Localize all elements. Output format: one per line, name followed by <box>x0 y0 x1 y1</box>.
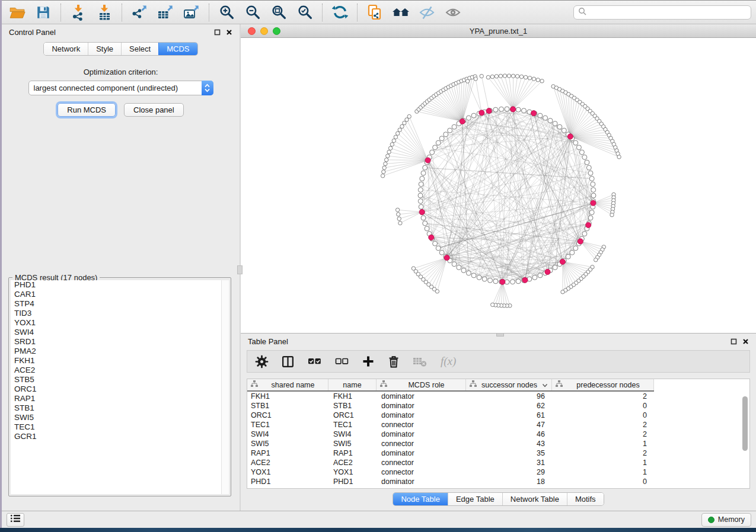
mcds-result-item[interactable]: SRD1 <box>11 337 229 347</box>
status-bar: Memory <box>2 511 756 528</box>
mcds-result-item[interactable]: STB5 <box>11 375 229 384</box>
tab-motifs[interactable]: Motifs <box>567 493 604 505</box>
mcds-result-item[interactable]: RAP1 <box>11 394 229 403</box>
column-visibility-icon[interactable] <box>281 355 295 368</box>
control-panel: Control Panel NetworkStyleSelectMCDS Opt… <box>2 24 240 511</box>
mcds-result-item[interactable]: SWI5 <box>11 413 229 422</box>
close-panel-icon[interactable] <box>226 29 232 36</box>
duplicate-network-icon[interactable] <box>366 4 384 21</box>
table-row[interactable]: ACE2ACE2connector311 <box>247 458 749 467</box>
table-cell: SWI5 <box>247 439 328 448</box>
desktop-edge-left <box>0 0 2 528</box>
column-header-name[interactable]: name <box>328 379 377 390</box>
mcds-result-item[interactable]: YOX1 <box>11 318 229 328</box>
mcds-result-item[interactable]: STP4 <box>11 299 229 309</box>
save-session-icon[interactable] <box>34 4 52 21</box>
table-cell: ACE2 <box>328 458 377 467</box>
tab-style[interactable]: Style <box>88 43 121 55</box>
table-scrollbar[interactable] <box>741 381 748 486</box>
table-cell: YOX1 <box>247 467 328 477</box>
mcds-result-item[interactable]: CAR1 <box>11 290 229 299</box>
table-cell: dominator <box>377 401 466 411</box>
float-table-panel-icon[interactable] <box>731 338 737 345</box>
table-cell: 18 <box>466 477 552 486</box>
table-cell: 0 <box>552 411 654 420</box>
zoom-in-icon[interactable] <box>218 4 235 21</box>
tab-network[interactable]: Network <box>44 43 88 55</box>
memory-button[interactable]: Memory <box>701 513 751 527</box>
tree-icon <box>380 380 387 389</box>
run-mcds-button[interactable]: Run MCDS <box>58 103 116 117</box>
table-row[interactable]: STB1STB1dominator620 <box>247 401 749 411</box>
tab-network-table[interactable]: Network Table <box>502 493 567 505</box>
import-network-icon[interactable] <box>69 4 87 21</box>
function-builder-icon[interactable]: f(x) <box>439 354 460 368</box>
close-table-panel-icon[interactable] <box>742 338 749 345</box>
maximize-window-icon[interactable] <box>273 27 280 35</box>
zoom-fit-icon[interactable] <box>270 4 288 21</box>
delete-column-icon[interactable] <box>387 355 400 368</box>
zoom-out-icon[interactable] <box>244 4 261 21</box>
result-list-scrollbar[interactable] <box>221 280 229 494</box>
table-scrollbar-thumb[interactable] <box>742 396 748 451</box>
mcds-result-item[interactable]: ORC1 <box>11 384 229 394</box>
table-row[interactable]: PHD1PHD1dominator180 <box>247 477 749 486</box>
column-header-MCDS-role[interactable]: MCDS role <box>377 379 466 390</box>
refresh-view-icon[interactable] <box>331 4 349 21</box>
mcds-result-item[interactable]: SWI4 <box>11 328 229 337</box>
export-table-icon[interactable] <box>157 4 174 21</box>
table-row[interactable]: FKH1FKH1dominator962 <box>247 392 749 401</box>
table-cell: SWI5 <box>328 439 377 448</box>
first-neighbors-icon[interactable] <box>392 4 410 21</box>
select-stepper-icon <box>202 81 213 95</box>
table-row[interactable]: YOX1YOX1connector291 <box>247 467 749 477</box>
table-row[interactable]: RAP1RAP1dominator352 <box>247 448 749 458</box>
tab-select[interactable]: Select <box>121 43 158 55</box>
select-all-icon[interactable] <box>307 355 322 368</box>
close-window-icon[interactable] <box>248 27 256 35</box>
mcds-result-list[interactable]: PHD1CAR1STP4TID3YOX1SWI4SRD1PMA2FKH1ACE2… <box>11 280 229 494</box>
table-row[interactable]: SWI4SWI4dominator462 <box>247 430 749 439</box>
mcds-result-item[interactable]: TID3 <box>11 309 229 318</box>
column-header-shared-name[interactable]: shared name <box>247 379 328 390</box>
mcds-result-item[interactable]: PHD1 <box>11 280 229 290</box>
mcds-result-item[interactable]: PMA2 <box>11 347 229 356</box>
float-panel-icon[interactable] <box>214 29 221 36</box>
open-file-icon[interactable] <box>8 4 26 21</box>
delete-table-icon[interactable] <box>413 355 427 367</box>
mcds-result-item[interactable]: FKH1 <box>11 356 229 366</box>
hide-selected-icon[interactable] <box>418 4 436 21</box>
tab-edge-table[interactable]: Edge Table <box>448 493 502 505</box>
column-header-successor-nodes[interactable]: successor nodes <box>466 379 552 390</box>
column-header-predecessor-nodes[interactable]: predecessor nodes <box>552 379 654 390</box>
table-settings-icon[interactable] <box>255 355 269 368</box>
add-column-icon[interactable] <box>362 355 375 368</box>
search-box[interactable] <box>573 5 751 20</box>
mcds-result-item[interactable]: STB1 <box>11 403 229 413</box>
tab-mcds[interactable]: MCDS <box>158 43 197 55</box>
deselect-all-icon[interactable] <box>334 355 349 368</box>
tab-node-table[interactable]: Node Table <box>393 493 448 505</box>
mcds-result-item[interactable]: GCR1 <box>11 432 229 441</box>
horizontal-splitter-grip[interactable] <box>496 333 504 336</box>
table-cell: 0 <box>552 477 654 486</box>
zoom-selected-icon[interactable] <box>296 4 314 21</box>
network-canvas[interactable] <box>241 38 756 333</box>
table-row[interactable]: SWI5SWI5connector431 <box>247 439 749 448</box>
import-table-icon[interactable] <box>95 4 113 21</box>
table-cell: 0 <box>552 401 654 411</box>
table-cell: 47 <box>466 420 552 430</box>
criterion-select[interactable]: largest connected component (undirected) <box>28 81 213 95</box>
table-row[interactable]: ORC1ORC1dominator610 <box>247 411 749 420</box>
mcds-result-item[interactable]: TEC1 <box>11 422 229 432</box>
show-all-icon[interactable] <box>444 4 462 21</box>
table-row[interactable]: TEC1TEC1connector472 <box>247 420 749 430</box>
export-network-icon[interactable] <box>130 4 148 21</box>
search-input[interactable] <box>589 8 747 17</box>
panel-menu-button[interactable] <box>7 513 24 527</box>
mcds-result-item[interactable]: ACE2 <box>11 366 229 375</box>
minimize-window-icon[interactable] <box>260 27 268 35</box>
export-image-icon[interactable] <box>183 4 200 21</box>
close-panel-button[interactable]: Close panel <box>124 103 184 117</box>
vertical-splitter-grip[interactable] <box>237 265 243 274</box>
